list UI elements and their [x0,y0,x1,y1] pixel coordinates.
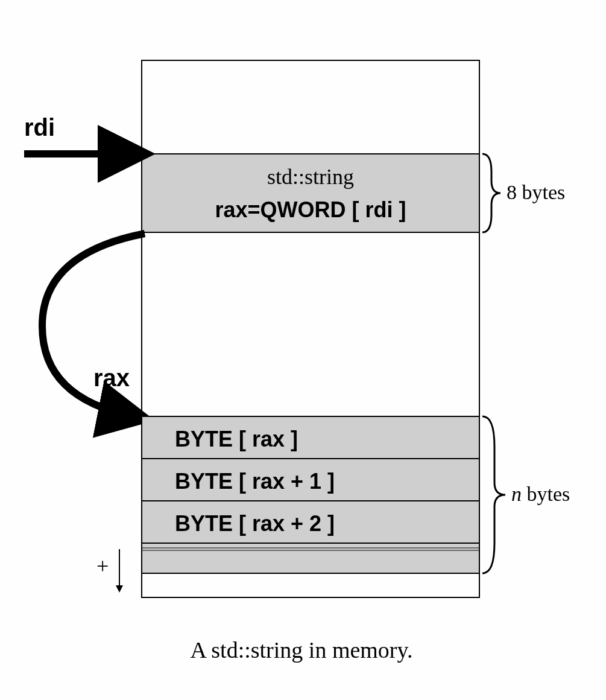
diagram-caption: A std::string in memory. [190,637,412,663]
plus-symbol: + [96,554,109,578]
byte-1-label: BYTE [ rax + 1 ] [175,469,335,494]
rax-assign-label: rax=QWORD [ rdi ] [215,197,406,222]
rax-label: rax [93,364,130,391]
rdi-label: rdi [24,114,55,141]
size-n-bytes: n bytes [511,483,570,505]
brace-8-bytes [482,154,500,232]
std-string-label: std::string [267,165,354,189]
byte-2-label: BYTE [ rax + 2 ] [175,511,335,536]
size-8-bytes: 8 bytes [507,181,565,203]
byte-0-label: BYTE [ rax ] [175,427,298,451]
brace-n-bytes [482,416,505,573]
